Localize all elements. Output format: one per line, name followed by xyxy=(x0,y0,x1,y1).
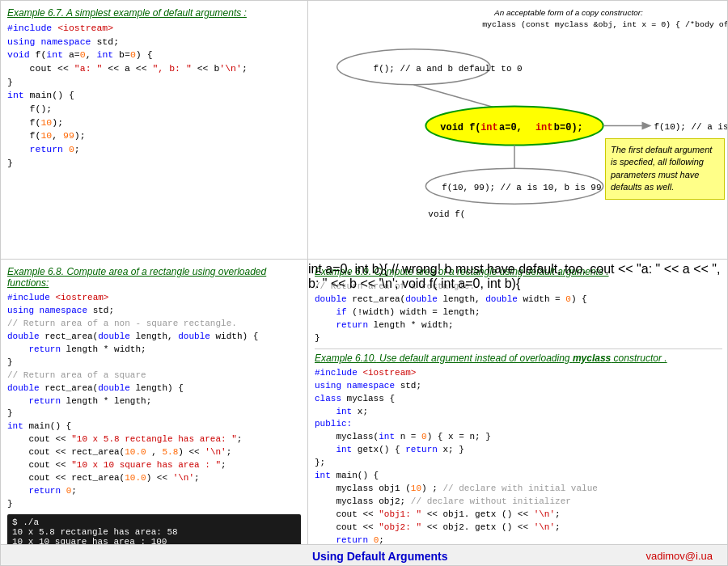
footer-title: Using Default Arguments xyxy=(114,550,645,563)
svg-text:f(); // a and b default to 0: f(); // a and b default to 0 xyxy=(374,64,523,74)
svg-text:f(10, 99); // a is 10, b is 99: f(10, 99); // a is 10, b is 99 xyxy=(442,183,601,192)
svg-text:An acceptable form of a copy c: An acceptable form of a copy constructor… xyxy=(493,8,643,17)
bottom-left-panel: Example 6.8. Compute area of a rectangle… xyxy=(1,260,308,544)
bottom-section: Example 6.8. Compute area of a rectangle… xyxy=(1,260,728,544)
diagram-svg: An acceptable form of a copy constructor… xyxy=(308,1,728,259)
svg-text:a=0,: a=0, xyxy=(499,122,523,133)
example-6-10-title: Example 6.10. Use default argument inste… xyxy=(315,353,722,364)
top-left-panel: Example 6.7. A simplest example of defau… xyxy=(1,1,308,259)
example-6-7-code: #include <iostream> using namespace std;… xyxy=(7,22,301,170)
terminal-line-1: $ ./a xyxy=(12,517,296,527)
sticky-note: The first default argument is specfied, … xyxy=(605,138,725,200)
footer-email: vadimov@i.ua xyxy=(645,550,713,562)
right-diagram-panel: An acceptable form of a copy constructor… xyxy=(308,1,728,259)
footer: Using Default Arguments vadimov@i.ua xyxy=(1,544,728,566)
svg-marker-12 xyxy=(642,122,652,130)
svg-text:int: int xyxy=(480,122,498,133)
main-container: Example 6.7. A simplest example of defau… xyxy=(1,1,728,566)
svg-text:b=0);: b=0); xyxy=(554,122,583,133)
terminal-line-2: 10 x 5.8 rectangle has area: 58 xyxy=(12,527,296,537)
example-6-7-title: Example 6.7. A simplest example of defau… xyxy=(7,7,301,19)
example-6-10-code: #include <iostream> using namespace std;… xyxy=(315,367,722,560)
example-6-8-code: #include <iostream> using namespace std;… xyxy=(7,292,301,511)
svg-text:f(10); // a is 10, b defaults : f(10); // a is 10, b defaults to 0 xyxy=(654,122,728,132)
svg-text:void f(: void f( xyxy=(428,209,465,219)
svg-text:myclass (const myclass &obj, i: myclass (const myclass &obj, int x = 0) … xyxy=(482,20,728,29)
svg-text:void f(: void f( xyxy=(440,122,480,133)
top-section: Example 6.7. A simplest example of defau… xyxy=(1,1,728,260)
sticky-note-text: The first default argument is specfied, … xyxy=(611,145,712,192)
svg-text:int: int xyxy=(535,122,553,133)
example-6-8-title: Example 6.8. Compute area of a rectangle… xyxy=(7,266,301,289)
bottom-right-panel: Example 6.9. Compute area of a rectangle… xyxy=(308,260,728,544)
